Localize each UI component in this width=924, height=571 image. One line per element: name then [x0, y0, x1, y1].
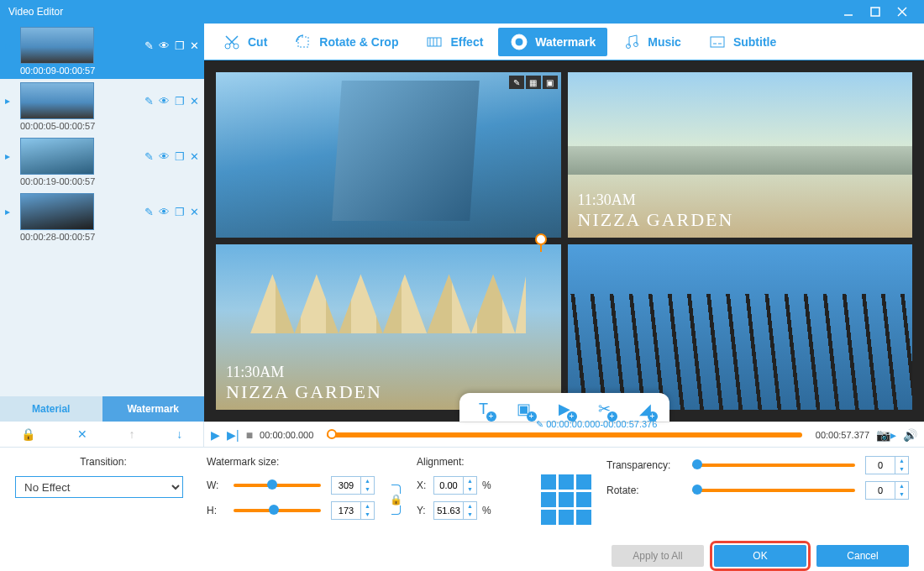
- minimize-button[interactable]: [835, 0, 862, 24]
- timeline-start: 00:00:00.000: [260, 430, 313, 440]
- spin-down-icon[interactable]: ▼: [464, 485, 476, 494]
- clip-thumbnail[interactable]: [20, 138, 94, 175]
- clip-item[interactable]: ▸ ✎👁❐✕ 00:00:19-00:00:57: [0, 134, 204, 190]
- anchor-ml[interactable]: [541, 492, 556, 507]
- spin-up-icon[interactable]: ▲: [464, 502, 476, 511]
- tab-watermark-left[interactable]: Watermark: [102, 396, 205, 422]
- spin-up-icon[interactable]: ▲: [895, 457, 908, 465]
- preview-canvas[interactable]: ✎▦▣ 11:30AM NIZZA GARDEN 11:30AM NIZZA G…: [204, 60, 924, 422]
- tab-cut[interactable]: Cut: [211, 28, 279, 56]
- cancel-button[interactable]: Cancel: [816, 545, 909, 567]
- clip-play-icon[interactable]: ▸: [5, 150, 15, 162]
- close-overlay-icon[interactable]: ▣: [543, 76, 558, 89]
- anchor-tl[interactable]: [541, 474, 556, 490]
- y-input[interactable]: ▲▼: [433, 501, 477, 520]
- y-label: Y:: [417, 505, 428, 516]
- move-up-icon[interactable]: ↑: [129, 427, 134, 441]
- apply-to-all-button[interactable]: Apply to All: [612, 545, 704, 567]
- lock-icon[interactable]: 🔒: [21, 427, 35, 441]
- pencil-icon[interactable]: ✎: [144, 150, 154, 163]
- pencil-icon[interactable]: ✎: [144, 39, 154, 52]
- step-button[interactable]: ▶|: [227, 428, 239, 442]
- aspect-lock-icon[interactable]: 🔒: [390, 456, 402, 542]
- add-shape-icon[interactable]: ✂: [594, 398, 616, 420]
- transparency-slider[interactable]: [692, 464, 855, 467]
- timeline-track[interactable]: ✎ 00:00:00.000-00:00:57.376: [327, 432, 801, 437]
- copy-icon[interactable]: ❐: [175, 39, 185, 52]
- remove-icon[interactable]: ✕: [77, 427, 87, 441]
- timeline-playhead[interactable]: [327, 429, 337, 439]
- clip-item[interactable]: ▸ ✎ 👁 ❐ ✕ 00:00:09-00:00:57: [0, 24, 204, 79]
- tab-label: Cut: [248, 35, 267, 49]
- ok-button[interactable]: OK: [714, 545, 806, 567]
- clip-thumbnail[interactable]: [20, 27, 94, 64]
- anchor-bl[interactable]: [541, 510, 556, 525]
- clip-thumbnail[interactable]: [20, 82, 94, 119]
- clip-play-icon[interactable]: ▸: [5, 95, 15, 107]
- transition-select[interactable]: No Effect: [15, 476, 183, 498]
- tab-effect[interactable]: Effect: [413, 28, 495, 56]
- clip-play-icon[interactable]: ▸: [5, 39, 15, 51]
- spin-down-icon[interactable]: ▼: [895, 465, 908, 474]
- spin-up-icon[interactable]: ▲: [361, 477, 374, 485]
- spin-down-icon[interactable]: ▼: [895, 490, 908, 499]
- rotate-input[interactable]: ▲▼: [865, 481, 909, 500]
- eye-icon[interactable]: 👁: [159, 150, 170, 163]
- tab-label: Effect: [450, 35, 483, 49]
- anchor-bc[interactable]: [559, 510, 574, 525]
- volume-icon[interactable]: 🔊: [903, 428, 917, 442]
- eye-icon[interactable]: 👁: [159, 39, 170, 52]
- add-image-icon[interactable]: ▣: [513, 398, 535, 420]
- width-input[interactable]: ▲▼: [331, 476, 375, 495]
- stop-button[interactable]: ■: [246, 428, 253, 442]
- add-draw-icon[interactable]: ◢: [634, 398, 656, 420]
- tab-material[interactable]: Material: [0, 396, 102, 422]
- move-down-icon[interactable]: ↓: [176, 427, 182, 441]
- pencil-icon[interactable]: ✎: [144, 206, 154, 218]
- anchor-mr[interactable]: [576, 492, 591, 507]
- edit-overlay-icon[interactable]: ✎: [509, 76, 524, 89]
- clip-item[interactable]: ▸ ✎👁❐✕ 00:00:28-00:00:57: [0, 190, 204, 245]
- anchor-tc[interactable]: [559, 474, 574, 490]
- pencil-icon[interactable]: ✎: [144, 95, 154, 107]
- close-button[interactable]: [889, 0, 916, 24]
- eye-icon[interactable]: 👁: [159, 95, 170, 107]
- snapshot-icon[interactable]: 📷▸: [876, 428, 896, 442]
- clip-thumbnail[interactable]: [20, 193, 94, 230]
- collapse-icon[interactable]: ⌄: [561, 385, 568, 394]
- tab-music[interactable]: Music: [611, 28, 693, 56]
- transparency-input[interactable]: ▲▼: [865, 456, 909, 474]
- delete-icon[interactable]: ✕: [190, 95, 199, 107]
- spin-up-icon[interactable]: ▲: [361, 502, 374, 511]
- clip-item[interactable]: ▸ ✎👁❐✕ 00:00:05-00:00:57: [0, 79, 204, 134]
- tab-subtitle[interactable]: Subtitle: [696, 28, 788, 56]
- height-slider[interactable]: [234, 509, 321, 512]
- height-input[interactable]: ▲▼: [331, 501, 375, 520]
- copy-icon[interactable]: ❐: [175, 95, 185, 107]
- play-button[interactable]: ▶: [211, 428, 220, 442]
- spin-up-icon[interactable]: ▲: [464, 477, 476, 485]
- image-overlay-icon[interactable]: ▦: [526, 76, 541, 89]
- add-text-icon[interactable]: T: [473, 398, 495, 420]
- spin-down-icon[interactable]: ▼: [464, 511, 476, 519]
- x-input[interactable]: ▲▼: [433, 476, 477, 495]
- copy-icon[interactable]: ❐: [175, 150, 185, 163]
- anchor-tr[interactable]: [576, 474, 591, 490]
- maximize-button[interactable]: [862, 0, 889, 24]
- spin-down-icon[interactable]: ▼: [361, 485, 374, 494]
- anchor-mc[interactable]: [559, 492, 574, 507]
- anchor-br[interactable]: [576, 510, 591, 525]
- width-slider[interactable]: [234, 484, 321, 487]
- copy-icon[interactable]: ❐: [175, 206, 185, 218]
- spin-up-icon[interactable]: ▲: [895, 482, 908, 490]
- delete-icon[interactable]: ✕: [190, 206, 199, 218]
- spin-down-icon[interactable]: ▼: [361, 511, 374, 519]
- clip-play-icon[interactable]: ▸: [5, 206, 15, 217]
- eye-icon[interactable]: 👁: [159, 206, 170, 218]
- delete-icon[interactable]: ✕: [190, 39, 199, 52]
- tab-watermark[interactable]: Watermark: [498, 28, 607, 56]
- rotate-slider[interactable]: [692, 489, 855, 492]
- delete-icon[interactable]: ✕: [190, 150, 199, 163]
- add-video-icon[interactable]: ▶: [554, 398, 575, 420]
- tab-rotate-crop[interactable]: Rotate & Crop: [282, 28, 410, 56]
